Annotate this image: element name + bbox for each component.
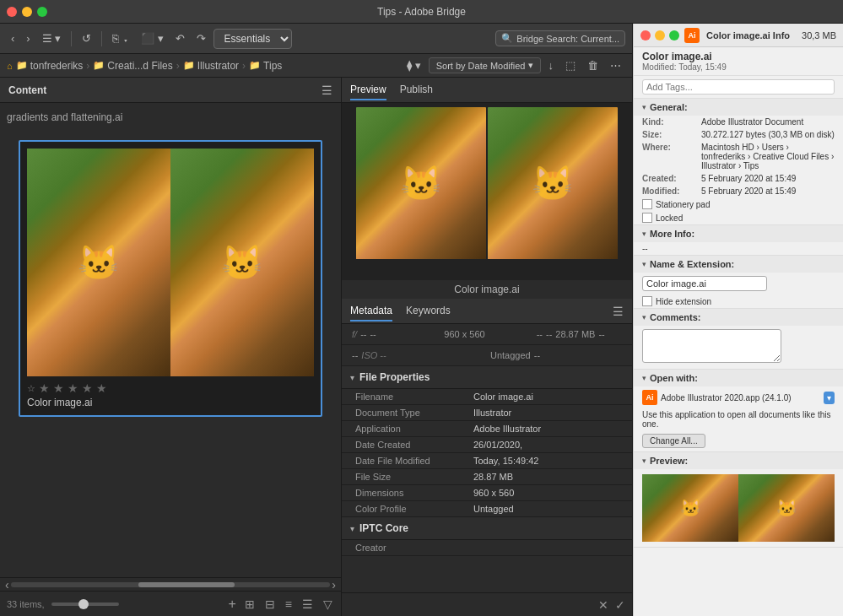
- section-iptc-core[interactable]: ▾ IPTC Core: [342, 517, 632, 540]
- tab-metadata[interactable]: Metadata: [350, 301, 392, 322]
- file-properties-table: Filename Color image.ai Document Type Il…: [342, 389, 632, 517]
- search-bar[interactable]: 🔍 Bridge Search: Current...: [495, 30, 625, 46]
- content-header: Content ☰: [0, 78, 341, 103]
- info-minimize-button[interactable]: [655, 30, 665, 41]
- info-traffic-lights: [640, 30, 679, 41]
- folder-icon-1: 📁: [16, 60, 28, 71]
- rotate-batch-button[interactable]: ⬚: [561, 57, 580, 74]
- exif-dash1: --: [370, 329, 376, 339]
- preview-image: [342, 103, 632, 280]
- content-menu-button[interactable]: ☰: [322, 84, 332, 97]
- view-grid-button[interactable]: ⊞: [243, 596, 257, 613]
- content-title: Content: [8, 84, 46, 96]
- bc-tonfrederiks[interactable]: 📁 tonfrederiks: [16, 60, 84, 72]
- view-grid2-button[interactable]: ⊟: [263, 596, 277, 613]
- info-close-button[interactable]: [640, 30, 651, 41]
- delete-button[interactable]: 🗑: [583, 57, 603, 74]
- info-app-dropdown-button[interactable]: ▾: [824, 392, 835, 404]
- star-2[interactable]: ★: [53, 381, 64, 395]
- meta-row-application: Application Adobe Illustrator: [342, 421, 632, 437]
- info-preview-cat-right: [738, 474, 835, 542]
- rotate-ccw-button[interactable]: ↺: [78, 30, 95, 47]
- forward-button[interactable]: ›: [22, 30, 34, 47]
- info-maximize-button[interactable]: [669, 30, 679, 41]
- info-comments-textarea[interactable]: [642, 329, 781, 363]
- info-name-field[interactable]: [642, 276, 767, 291]
- info-app-icon: Ai: [642, 390, 657, 405]
- info-section-preview-arrow: ▾: [642, 457, 646, 465]
- add-button[interactable]: +: [228, 597, 235, 612]
- workspace-select[interactable]: Essentials: [213, 29, 292, 49]
- tab-publish[interactable]: Publish: [400, 80, 433, 100]
- star-3[interactable]: ★: [68, 381, 78, 395]
- bc-creative-files[interactable]: 📁 Creati...d Files: [93, 60, 172, 72]
- file-list: gradients and flattening.ai: [0, 103, 341, 132]
- meta-close-bar: ✕ ✓: [342, 592, 632, 616]
- star-4[interactable]: ★: [82, 381, 93, 395]
- info-section-comments-header[interactable]: ▾ Comments:: [634, 309, 843, 326]
- recent-button[interactable]: ☰ ▾: [38, 30, 66, 47]
- tab-keywords[interactable]: Keywords: [406, 301, 451, 322]
- hide-extension-checkbox[interactable]: [642, 296, 652, 306]
- zoom-slider[interactable]: [51, 602, 119, 606]
- info-section-name-ext-header[interactable]: ▾ Name & Extension:: [634, 256, 843, 273]
- meta-close-button[interactable]: ✕: [598, 598, 608, 612]
- bc-sep-3: ›: [242, 60, 246, 72]
- sort-button[interactable]: Sort by Date Modified ▾: [429, 57, 541, 73]
- separator-1: [71, 31, 72, 46]
- stationery-checkbox[interactable]: [642, 199, 652, 209]
- thumbnail-item-color-image[interactable]: ☆ ★ ★ ★ ★ ★ Color image.ai: [19, 140, 322, 417]
- info-section-preview-header[interactable]: ▾ Preview:: [634, 452, 843, 469]
- section-title-file-properties: File Properties: [359, 371, 430, 383]
- metadata-menu-button[interactable]: ☰: [613, 305, 624, 318]
- info-section-comments-arrow: ▾: [642, 313, 646, 322]
- info-section-general-header[interactable]: ▾ General:: [634, 99, 843, 116]
- star-1[interactable]: ★: [39, 381, 50, 395]
- file-item-gradients[interactable]: gradients and flattening.ai: [7, 108, 334, 127]
- filter-button[interactable]: ⧫ ▾: [403, 57, 425, 74]
- refresh-back-button[interactable]: ↶: [171, 30, 189, 47]
- info-section-comments-title: Comments:: [650, 312, 701, 322]
- info-section-more-info-header[interactable]: ▾ More Info:: [634, 225, 843, 242]
- meta-row-dimensions: Dimensions 960 x 560: [342, 485, 632, 501]
- star-5[interactable]: ★: [96, 381, 107, 395]
- info-section-more-info-arrow: ▾: [642, 230, 646, 238]
- section-file-properties[interactable]: ▾ File Properties: [342, 366, 632, 389]
- info-section-more-info: ▾ More Info: --: [634, 225, 843, 256]
- scroll-track[interactable]: [11, 582, 331, 587]
- info-filesize-title: 30,3 MB: [802, 30, 836, 41]
- folder-icon-3: 📁: [183, 60, 195, 71]
- close-button[interactable]: [7, 7, 17, 17]
- view-filter-button[interactable]: ▽: [322, 596, 334, 613]
- minimize-button[interactable]: [22, 7, 32, 17]
- view-detail-button[interactable]: ☰: [300, 596, 315, 613]
- section-title-iptc: IPTC Core: [359, 522, 408, 534]
- preview-tabs: Preview Publish: [342, 78, 632, 103]
- copy-button[interactable]: ⎘ ▾: [108, 30, 133, 47]
- cat-right-half: [170, 149, 314, 376]
- tab-preview[interactable]: Preview: [350, 80, 386, 100]
- sort-dir-button[interactable]: ↓: [544, 57, 559, 74]
- more-button[interactable]: ⋯: [606, 57, 625, 74]
- scroll-thumb[interactable]: [138, 582, 235, 587]
- bc-illustrator[interactable]: 📁 Illustrator: [183, 60, 239, 72]
- info-section-open-with-header[interactable]: ▾ Open with:: [634, 370, 843, 386]
- maximize-button[interactable]: [37, 7, 47, 17]
- move-button[interactable]: ⬛ ▾: [137, 30, 168, 47]
- info-section-open-with-title: Open with:: [650, 373, 698, 383]
- info-body: Color image.ai Modified: Today, 15:49 ▾ …: [634, 47, 843, 616]
- info-row-where: Where: Macintosh HD › Users › tonfrederi…: [634, 141, 843, 172]
- meta-ok-button[interactable]: ✓: [615, 598, 625, 612]
- zoom-thumb[interactable]: [78, 599, 89, 609]
- locked-checkbox[interactable]: [642, 213, 652, 223]
- info-tags-input[interactable]: [642, 79, 835, 95]
- exif-filesize: 28.87 MB: [555, 329, 595, 339]
- horizontal-scrollbar[interactable]: ‹ ›: [0, 577, 341, 591]
- info-change-all-button[interactable]: Change All...: [642, 434, 705, 448]
- back-button[interactable]: ‹: [7, 30, 19, 47]
- refresh-button[interactable]: ↷: [192, 30, 210, 47]
- info-section-preview-title: Preview:: [650, 456, 688, 466]
- sort-label: Sort by Date Modified: [436, 61, 526, 71]
- view-list-button[interactable]: ≡: [284, 596, 294, 613]
- bc-tips[interactable]: 📁 Tips: [249, 60, 282, 72]
